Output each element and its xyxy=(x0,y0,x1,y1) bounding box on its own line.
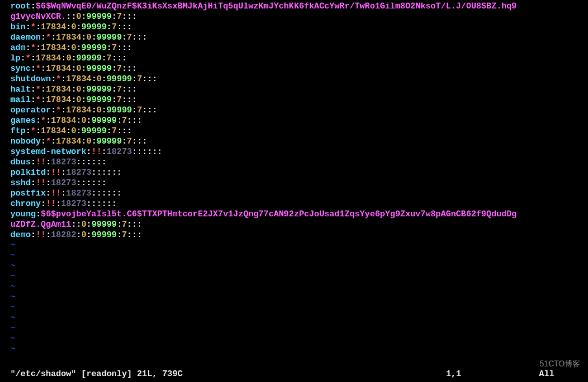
segment: 7 xyxy=(112,43,117,53)
segment: ::: xyxy=(127,230,142,240)
segment: ftp xyxy=(10,126,25,136)
segment: 17834 xyxy=(51,116,76,125)
segment: sshd xyxy=(10,178,31,188)
segment: 7 xyxy=(112,126,117,136)
segment: : xyxy=(31,84,36,94)
segment: ::: xyxy=(117,22,132,32)
segment: ::: xyxy=(127,116,142,125)
segment: : xyxy=(31,178,36,188)
segment: 99999 xyxy=(92,230,117,240)
segment: 18273 xyxy=(51,178,76,188)
segment: : xyxy=(81,136,86,146)
segment: 17834 xyxy=(56,32,81,42)
segment: 18273 xyxy=(106,147,132,157)
segment: !! xyxy=(36,157,46,167)
segment: 7 xyxy=(117,84,122,94)
segment: : xyxy=(31,64,36,73)
file-line: halt:*:17834:0:99999:7::: xyxy=(10,84,578,95)
segment: 7 xyxy=(117,12,122,21)
segment: 99999 xyxy=(97,32,122,42)
segment: : xyxy=(61,168,66,177)
segment: :::::: xyxy=(92,168,122,177)
segment: : xyxy=(31,157,36,167)
segment: !! xyxy=(46,199,56,209)
segment: $6$pvojbeYaIsl5t.C6$TTXPTHmtcorE2JX7v1Jz… xyxy=(41,209,517,219)
segment: 18273 xyxy=(61,199,86,209)
segment: 7 xyxy=(117,64,122,73)
file-line: sshd:!!:18273:::::: xyxy=(10,178,578,188)
segment: 17834 xyxy=(41,43,66,53)
segment: : xyxy=(122,32,127,42)
segment: 99999 xyxy=(92,220,117,229)
segment: g1vycNvXCR. xyxy=(10,12,66,21)
segment: polkitd xyxy=(10,168,46,177)
segment: * xyxy=(56,105,61,115)
segment: : xyxy=(86,230,92,240)
segment: : xyxy=(66,126,71,136)
segment: * xyxy=(31,126,36,136)
segment: : xyxy=(61,53,66,63)
file-line: bin:*:17834:0:99999:7::: xyxy=(10,22,578,32)
segment: 7 xyxy=(122,230,127,240)
segment: 0 xyxy=(97,74,102,84)
segment: 99999 xyxy=(81,43,106,53)
segment: ::: xyxy=(132,32,147,42)
segment: 99999 xyxy=(86,64,112,73)
segment: : xyxy=(61,74,66,84)
segment: 17834 xyxy=(66,74,92,84)
file-line: polkitd:!!:18273:::::: xyxy=(10,168,578,178)
segment: young xyxy=(10,209,36,219)
file-line: chrony:!!:18273:::::: xyxy=(10,199,578,209)
segment: ::: xyxy=(122,84,137,94)
vim-tilde-line: ~ xyxy=(10,261,578,272)
segment: 7 xyxy=(122,116,127,125)
segment: ::: xyxy=(122,64,137,73)
file-line: postfix:!!:18273:::::: xyxy=(10,188,578,199)
segment: 17834 xyxy=(36,53,61,63)
segment: : xyxy=(81,95,86,105)
vim-tilde-line: ~ xyxy=(10,240,578,251)
file-line: systemd-network:!!:18273:::::: xyxy=(10,147,578,157)
segment: 99999 xyxy=(77,53,102,63)
segment: !! xyxy=(36,178,46,188)
segment: * xyxy=(41,116,46,125)
segment: 99999 xyxy=(81,126,106,136)
segment: 17834 xyxy=(46,64,71,73)
segment: : xyxy=(92,105,97,115)
segment: : xyxy=(81,84,86,94)
segment: lp xyxy=(10,53,21,63)
segment: demo xyxy=(10,230,31,240)
segment: 7 xyxy=(106,53,112,63)
segment: 99999 xyxy=(97,136,122,146)
segment: * xyxy=(31,43,36,53)
segment: 0 xyxy=(81,230,86,240)
file-line: daemon:*:17834:0:99999:7::: xyxy=(10,32,578,43)
segment: 17834 xyxy=(66,105,92,115)
file-line: shutdown:*:17834:0:99999:7::: xyxy=(10,74,578,84)
vim-status-line: "/etc/shadow" [readonly] 21L, 739C 1,1 A… xyxy=(10,369,580,379)
status-file-info: "/etc/shadow" [readonly] 21L, 739C xyxy=(10,369,182,379)
vim-tilde-line: ~ xyxy=(10,313,578,324)
segment: : xyxy=(86,220,92,229)
segment: nobody xyxy=(10,136,41,146)
segment: : xyxy=(36,209,41,219)
file-line: operator:*:17834:0:99999:7::: xyxy=(10,105,578,116)
segment: dbus xyxy=(10,157,31,167)
segment: : xyxy=(41,64,46,73)
segment: : xyxy=(122,136,127,146)
segment: : xyxy=(112,84,117,94)
segment: 18273 xyxy=(66,188,92,198)
segment: mail xyxy=(10,95,31,105)
segment: : xyxy=(66,43,71,53)
file-line: lp:*:17834:0:99999:7::: xyxy=(10,53,578,64)
file-line: young:$6$pvojbeYaIsl5t.C6$TTXPTHmtcorE2J… xyxy=(10,209,578,220)
terminal-content-area[interactable]: root:$6$WqNWvqE0/WuZQnzF$K3iKsXsxBMJkAjH… xyxy=(0,0,588,356)
segment: ::: xyxy=(142,105,157,115)
segment: games xyxy=(10,116,36,125)
vim-tilde-line: ~ xyxy=(10,251,578,261)
segment: 99999 xyxy=(81,22,106,32)
segment: ::: xyxy=(122,12,137,21)
segment: ::: xyxy=(127,220,142,229)
file-line: adm:*:17834:0:99999:7::: xyxy=(10,43,578,53)
segment: : xyxy=(66,12,71,21)
